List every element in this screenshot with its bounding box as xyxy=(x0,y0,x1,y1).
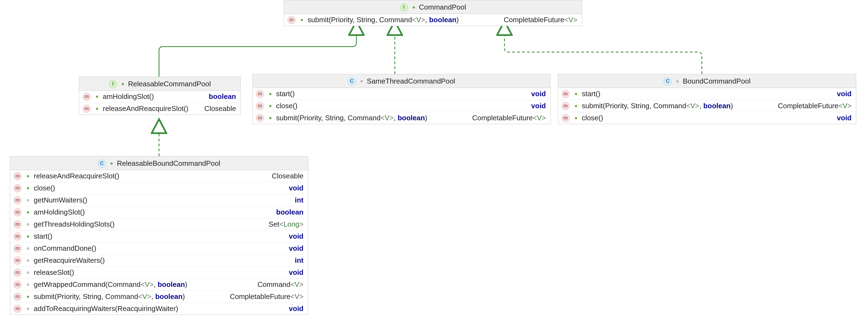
visibility-public-icon xyxy=(574,104,578,108)
visibility-package-icon xyxy=(26,307,30,311)
visibility-public-icon xyxy=(26,186,30,190)
member-return-type: CompletableFuture<V> xyxy=(504,15,578,24)
method-icon: m xyxy=(13,196,22,204)
member-signature: start() xyxy=(582,90,600,98)
method-icon: m xyxy=(83,105,91,113)
arrow-releasable-to-commandpool xyxy=(159,22,356,77)
member-row: monCommandDone()void xyxy=(10,242,308,255)
class-icon: C xyxy=(348,77,356,86)
method-icon: m xyxy=(256,102,264,110)
visibility-icon xyxy=(121,82,125,86)
method-icon: m xyxy=(13,305,22,313)
member-list: mamHoldingSlot()booleanmreleaseAndReacqu… xyxy=(79,91,241,114)
member-row: mstart()void xyxy=(252,88,550,100)
class-box-boundcommandpool: C BoundCommandPool mstart()voidmsubmit(P… xyxy=(558,74,856,124)
member-signature: close() xyxy=(582,114,603,122)
visibility-package-icon xyxy=(26,271,30,274)
visibility-package-icon xyxy=(26,223,30,226)
visibility-public-icon xyxy=(26,295,30,299)
method-icon: m xyxy=(13,244,22,253)
member-row: mgetNumWaiters()int xyxy=(10,194,308,206)
member-row: mclose()void xyxy=(10,182,308,194)
visibility-public-icon xyxy=(269,116,272,120)
interface-icon: I xyxy=(400,3,408,11)
member-row: mgetWrappedCommand(Command<V>, boolean)C… xyxy=(10,279,308,291)
member-return-type: Command<V> xyxy=(257,280,304,289)
method-icon: m xyxy=(13,232,22,240)
member-signature: submit(Priority, String, Command<V>, boo… xyxy=(34,292,185,301)
method-icon: m xyxy=(13,280,22,289)
visibility-icon xyxy=(360,79,364,83)
method-icon: m xyxy=(13,208,22,217)
member-row: mclose()void xyxy=(558,112,856,124)
member-row: mamHoldingSlot()boolean xyxy=(10,206,308,219)
member-return-type: int xyxy=(295,256,304,265)
method-icon: m xyxy=(13,257,22,265)
member-row: msubmit(Priority, String, Command<V>, bo… xyxy=(252,112,550,124)
member-return-type: void xyxy=(289,304,304,313)
member-signature: releaseAndReacquireSlot() xyxy=(103,104,188,113)
method-icon: m xyxy=(13,172,22,180)
member-return-type: void xyxy=(289,232,304,240)
member-return-type: void xyxy=(837,114,851,122)
class-icon: C xyxy=(663,77,672,86)
member-signature: amHoldingSlot() xyxy=(34,208,85,217)
method-icon: m xyxy=(13,184,22,192)
member-list: mstart()voidmsubmit(Priority, String, Co… xyxy=(558,88,856,124)
visibility-package-icon xyxy=(26,283,30,287)
visibility-public-icon xyxy=(26,174,30,178)
member-row: mclose()void xyxy=(252,100,550,112)
method-icon: m xyxy=(287,16,296,24)
member-return-type: boolean xyxy=(209,92,236,101)
member-signature: close() xyxy=(34,184,55,192)
member-signature: getNumWaiters() xyxy=(34,196,88,204)
method-icon: m xyxy=(83,93,91,101)
interface-icon: I xyxy=(109,80,117,88)
member-return-type: void xyxy=(289,244,304,253)
class-box-commandpool: I CommandPool msubmit(Priority, String, … xyxy=(284,0,582,26)
member-row: msubmit(Priority, String, Command<V>, bo… xyxy=(284,14,582,26)
visibility-public-icon xyxy=(574,92,578,96)
class-icon: C xyxy=(98,160,106,168)
member-return-type: CompletableFuture<V> xyxy=(230,292,304,301)
member-return-type: void xyxy=(289,268,304,277)
method-icon: m xyxy=(13,293,22,301)
visibility-public-icon xyxy=(26,210,30,214)
member-signature: addToReacquiringWaiters(ReacquiringWaite… xyxy=(34,304,178,313)
member-signature: releaseAndReacquireSlot() xyxy=(34,172,119,180)
class-title: BoundCommandPool xyxy=(683,77,750,86)
member-row: mgetReacquireWaiters()int xyxy=(10,255,308,267)
class-header: C SameThreadCommandPool xyxy=(252,74,550,88)
method-icon: m xyxy=(256,114,264,122)
member-signature: submit(Priority, String, Command<V>, boo… xyxy=(276,114,427,122)
visibility-package-icon xyxy=(26,198,30,202)
class-title: ReleasableBoundCommandPool xyxy=(117,159,220,168)
member-row: mgetThreadsHoldingSlots()Set<Long> xyxy=(10,219,308,230)
member-signature: amHoldingSlot() xyxy=(103,92,154,101)
member-signature: submit(Priority, String, Command<V>, boo… xyxy=(582,102,733,110)
member-return-type: void xyxy=(837,90,851,98)
class-title: SameThreadCommandPool xyxy=(367,77,455,86)
member-signature: getWrappedCommand(Command<V>, boolean) xyxy=(34,280,187,289)
visibility-icon xyxy=(676,79,679,83)
method-icon: m xyxy=(13,268,22,277)
member-list: msubmit(Priority, String, Command<V>, bo… xyxy=(284,14,582,26)
method-icon: m xyxy=(561,102,570,110)
member-row: mamHoldingSlot()boolean xyxy=(79,91,241,103)
method-icon: m xyxy=(561,114,570,122)
visibility-public-icon xyxy=(26,235,30,238)
method-icon: m xyxy=(13,220,22,229)
method-icon: m xyxy=(561,90,570,98)
member-return-type: void xyxy=(289,184,304,192)
member-list: mstart()voidmclose()voidmsubmit(Priority… xyxy=(252,88,550,124)
class-box-releasablecommandpool: I ReleasableCommandPool mamHoldingSlot()… xyxy=(79,77,241,115)
member-list: mreleaseAndReacquireSlot()Closeablemclos… xyxy=(10,170,308,315)
member-row: mstart()void xyxy=(10,230,308,242)
visibility-public-icon xyxy=(574,116,578,120)
class-header: C ReleasableBoundCommandPool xyxy=(10,157,308,170)
member-return-type: void xyxy=(531,102,546,110)
class-header: I CommandPool xyxy=(284,0,582,14)
member-return-type: void xyxy=(531,90,546,98)
member-return-type: int xyxy=(295,196,304,204)
visibility-public-icon xyxy=(300,18,304,22)
